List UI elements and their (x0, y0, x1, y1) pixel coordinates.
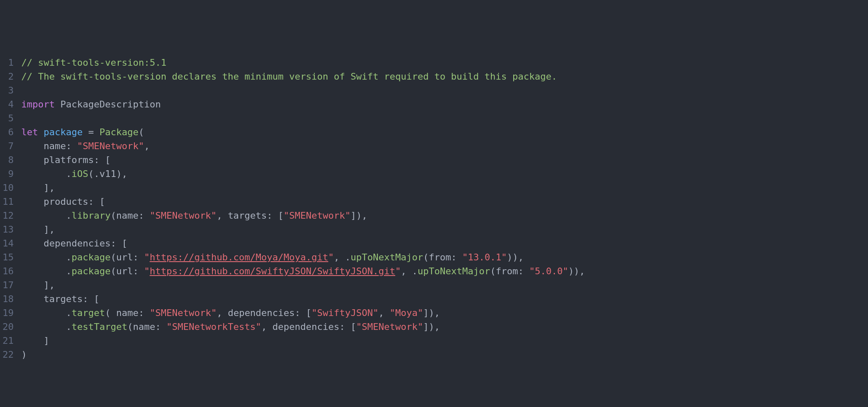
token-func: testTarget (72, 321, 127, 332)
token-punc: (. (88, 169, 99, 179)
token-punc: ( (127, 321, 133, 332)
code-line[interactable]: import PackageDescription (21, 97, 864, 111)
token-stringurl: https://github.com/Moya/Moya.git (150, 252, 328, 262)
line-number: 7 (3, 139, 14, 153)
token-punc: , (261, 321, 273, 332)
token-punc: ( (110, 252, 116, 262)
token-func: upToNextMajor (351, 252, 423, 262)
token-func: Package (99, 127, 139, 137)
token-punc: ( (110, 266, 116, 276)
token-punc (94, 127, 99, 137)
token-punc (21, 155, 44, 165)
token-label: targets (43, 294, 83, 304)
line-number-gutter: 12345678910111213141516171819202122 (0, 56, 21, 361)
line-number: 11 (3, 195, 14, 209)
token-op: = (88, 127, 94, 137)
line-number: 19 (3, 306, 14, 320)
token-punc (21, 141, 44, 151)
token-punc: : [ (83, 294, 99, 304)
token-func: package (72, 266, 111, 276)
token-comment: // swift-tools-version:5.1 (21, 57, 166, 68)
token-punc: : [ (295, 308, 312, 318)
token-string: "5.0.0" (529, 266, 568, 276)
token-label: name (133, 321, 155, 332)
token-string: "SMENetwork" (356, 321, 423, 332)
code-line[interactable]: targets: [ (21, 292, 864, 306)
code-line[interactable]: .package(url: "https://github.com/Moya/M… (21, 250, 864, 264)
token-punc: )), (507, 252, 524, 262)
token-punc: : (451, 252, 462, 262)
token-type: package (44, 127, 83, 137)
token-punc: ( (139, 127, 144, 137)
line-number: 22 (3, 348, 14, 361)
token-string: " (395, 266, 401, 276)
code-line[interactable]: .iOS(.v11), (21, 167, 864, 181)
token-punc: : (139, 210, 150, 221)
token-label: from (429, 252, 451, 262)
token-punc: : [ (340, 321, 356, 332)
line-number: 1 (3, 56, 14, 70)
token-punc: : (66, 141, 77, 151)
code-line[interactable] (21, 83, 864, 97)
line-number: 17 (3, 278, 14, 292)
code-line[interactable]: .target( name: "SMENetwork", dependencie… (21, 306, 864, 320)
token-punc: : (139, 308, 150, 318)
code-line[interactable] (21, 111, 864, 125)
token-func: target (72, 308, 105, 318)
token-string: " (328, 252, 334, 262)
token-punc (21, 238, 44, 249)
token-label: dependencies (228, 308, 295, 318)
code-area[interactable]: // swift-tools-version:5.1// The swift-t… (21, 56, 868, 361)
token-string: "SwiftyJSON" (311, 308, 378, 318)
line-number: 4 (3, 97, 14, 111)
token-string: "SMENetwork" (150, 308, 217, 318)
token-label: name (116, 210, 139, 221)
token-keyword: let (21, 127, 38, 137)
line-number: 13 (3, 222, 14, 236)
code-line[interactable]: .package(url: "https://github.com/Swifty… (21, 264, 864, 278)
token-punc: . (21, 210, 72, 221)
token-punc (83, 127, 88, 137)
token-comment: // The swift-tools-version declares the … (21, 71, 557, 82)
token-punc: : [ (267, 210, 284, 221)
line-number: 6 (3, 125, 14, 139)
token-punc: . (21, 169, 72, 179)
line-number: 16 (3, 264, 14, 278)
code-line[interactable]: let package = Package( (21, 125, 864, 139)
code-line[interactable]: ] (21, 334, 864, 348)
code-line[interactable]: ) (21, 348, 864, 361)
token-punc: ( (423, 252, 429, 262)
token-string: " (144, 252, 150, 262)
token-label: from (496, 266, 518, 276)
line-number: 9 (3, 167, 14, 181)
token-punc: ( (110, 210, 116, 221)
token-punc: ], (21, 280, 55, 290)
line-number: 10 (3, 181, 14, 195)
code-line[interactable]: ], (21, 181, 864, 195)
code-line[interactable]: products: [ (21, 195, 864, 209)
line-number: 8 (3, 153, 14, 167)
token-punc: : [ (94, 155, 111, 165)
code-line[interactable]: platforms: [ (21, 153, 864, 167)
code-line[interactable]: // swift-tools-version:5.1 (21, 56, 864, 70)
line-number: 5 (3, 111, 14, 125)
token-label: name (116, 308, 139, 318)
code-editor[interactable]: 12345678910111213141516171819202122 // s… (0, 56, 868, 361)
token-punc: ( (105, 308, 116, 318)
token-punc: : (133, 266, 144, 276)
token-punc: ) (21, 349, 27, 360)
code-line[interactable]: // The swift-tools-version declares the … (21, 70, 864, 83)
line-number: 21 (3, 334, 14, 348)
code-line[interactable]: .testTarget(name: "SMENetworkTests", dep… (21, 320, 864, 334)
code-line[interactable]: dependencies: [ (21, 236, 864, 250)
code-line[interactable]: ], (21, 222, 864, 236)
token-punc: . (21, 266, 72, 276)
line-number: 3 (3, 83, 14, 97)
line-number: 15 (3, 250, 14, 264)
code-line[interactable]: .library(name: "SMENetwork", targets: ["… (21, 209, 864, 222)
code-line[interactable]: name: "SMENetwork", (21, 139, 864, 153)
token-punc: ] (21, 335, 49, 346)
token-punc: , . (334, 252, 351, 262)
token-func: iOS (72, 169, 88, 179)
code-line[interactable]: ], (21, 278, 864, 292)
